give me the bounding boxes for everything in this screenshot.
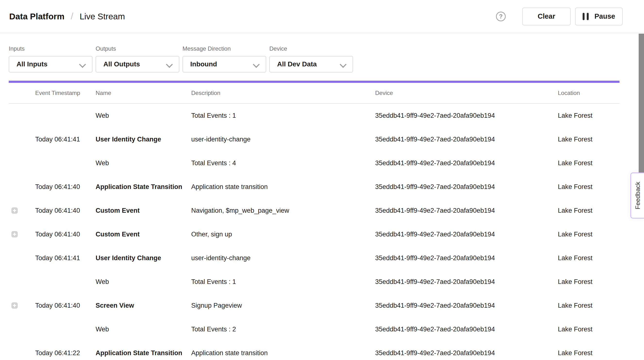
plus-icon [14, 304, 15, 307]
event-location: Lake Forest [558, 302, 620, 309]
plus-icon [14, 209, 15, 212]
table-row[interactable]: Today 06:41:40Custom EventNavigation, $m… [9, 199, 620, 222]
column-header-name: Name [96, 90, 191, 96]
vertical-scrollbar[interactable] [639, 34, 644, 173]
accent-divider [9, 81, 620, 83]
message-direction-dropdown[interactable]: Inbound [182, 56, 266, 72]
device-id: 35eddb41-9ff9-49e2-7aed-20afa90eb194 [375, 112, 558, 119]
help-icon[interactable]: ? [496, 12, 506, 21]
plus-icon [14, 233, 15, 236]
device-id: 35eddb41-9ff9-49e2-7aed-20afa90eb194 [375, 254, 558, 262]
column-header-event-timestamp: Event Timestamp [35, 90, 96, 96]
filter-inputs: Inputs All Inputs [9, 45, 92, 72]
event-location: Lake Forest [558, 112, 620, 119]
device-id: 35eddb41-9ff9-49e2-7aed-20afa90eb194 [375, 136, 558, 143]
event-location: Lake Forest [558, 207, 620, 214]
event-location: Lake Forest [558, 160, 620, 167]
device-dropdown-value: All Dev Data [277, 60, 317, 68]
event-timestamp: Today 06:41:41 [35, 136, 96, 143]
event-timestamp: Today 06:41:41 [35, 254, 96, 262]
row-expand-cell [9, 207, 35, 214]
filter-message-direction-label: Message Direction [182, 45, 266, 52]
event-description: user-identity-change [191, 254, 375, 262]
event-location: Lake Forest [558, 349, 620, 357]
filter-device: Device All Dev Data [269, 45, 353, 72]
event-location: Lake Forest [558, 136, 620, 143]
expand-row-button[interactable] [12, 207, 18, 214]
event-timestamp: Today 06:41:40 [35, 207, 96, 214]
column-header-description: Description [191, 90, 375, 96]
breadcrumb-separator: / [71, 11, 74, 21]
event-name: Web [96, 112, 191, 119]
table-row[interactable]: WebTotal Events : 135eddb41-9ff9-49e2-7a… [9, 270, 620, 294]
device-id: 35eddb41-9ff9-49e2-7aed-20afa90eb194 [375, 207, 558, 214]
breadcrumb: Data Platform / Live Stream [9, 11, 125, 21]
event-location: Lake Forest [558, 254, 620, 262]
pause-button[interactable]: Pause [575, 7, 623, 25]
device-id: 35eddb41-9ff9-49e2-7aed-20afa90eb194 [375, 231, 558, 238]
event-name: User Identity Change [96, 136, 191, 143]
table-row[interactable]: Today 06:41:41User Identity Changeuser-i… [9, 127, 620, 151]
event-name: User Identity Change [96, 254, 191, 262]
event-name: Application State Transition [96, 183, 191, 191]
event-description: Application state transition [191, 349, 375, 357]
breadcrumb-data-platform[interactable]: Data Platform [9, 12, 64, 21]
table-row[interactable]: WebTotal Events : 235eddb41-9ff9-49e2-7a… [9, 317, 620, 341]
device-id: 35eddb41-9ff9-49e2-7aed-20afa90eb194 [375, 160, 558, 167]
event-location: Lake Forest [558, 326, 620, 333]
event-name: Web [96, 160, 191, 167]
filter-outputs-label: Outputs [96, 45, 179, 52]
row-expand-cell [9, 231, 35, 237]
event-description: Navigation, $mp_web_page_view [191, 207, 375, 214]
device-id: 35eddb41-9ff9-49e2-7aed-20afa90eb194 [375, 302, 558, 309]
event-location: Lake Forest [558, 183, 620, 191]
message-direction-dropdown-value: Inbound [190, 60, 217, 68]
header-actions: ? Clear Pause [496, 7, 623, 25]
table-row[interactable]: Today 06:41:40Screen ViewSignup Pageview… [9, 294, 620, 317]
column-header-device: Device [375, 90, 558, 96]
table-row[interactable]: Today 06:41:41User Identity Changeuser-i… [9, 246, 620, 270]
inputs-dropdown-value: All Inputs [16, 60, 48, 68]
chevron-down-icon [167, 61, 172, 67]
table-row[interactable]: Today 06:41:40Application State Transiti… [9, 175, 620, 199]
table-row[interactable]: WebTotal Events : 435eddb41-9ff9-49e2-7a… [9, 151, 620, 175]
expand-row-button[interactable] [12, 302, 18, 309]
page-title: Live Stream [80, 12, 125, 21]
device-id: 35eddb41-9ff9-49e2-7aed-20afa90eb194 [375, 326, 558, 333]
filters-bar: Inputs All Inputs Outputs All Outputs Me… [0, 33, 644, 72]
table-row[interactable]: Today 06:41:22Application State Transiti… [9, 341, 620, 360]
inputs-dropdown[interactable]: All Inputs [9, 56, 92, 72]
event-description: user-identity-change [191, 136, 375, 143]
device-id: 35eddb41-9ff9-49e2-7aed-20afa90eb194 [375, 183, 558, 191]
event-timestamp: Today 06:41:40 [35, 231, 96, 238]
feedback-tab[interactable]: Feedback [630, 173, 644, 218]
event-name: Application State Transition [96, 349, 191, 357]
filter-outputs: Outputs All Outputs [96, 45, 179, 72]
event-description: Signup Pageview [191, 302, 375, 309]
event-location: Lake Forest [558, 231, 620, 238]
event-name: Web [96, 278, 191, 286]
event-timestamp: Today 06:41:22 [35, 349, 96, 357]
chevron-down-icon [80, 61, 85, 67]
event-description: Other, sign up [191, 231, 375, 238]
table-header-row: Event Timestamp Name Description Device … [9, 83, 620, 104]
expand-row-button[interactable] [12, 231, 18, 237]
chevron-down-icon [254, 61, 259, 67]
device-dropdown[interactable]: All Dev Data [269, 56, 353, 72]
filter-inputs-label: Inputs [9, 45, 92, 52]
pause-icon [582, 13, 589, 20]
event-name: Custom Event [96, 207, 191, 214]
feedback-tab-label: Feedback [634, 182, 642, 209]
clear-button[interactable]: Clear [522, 7, 571, 25]
table-row[interactable]: Today 06:41:40Custom EventOther, sign up… [9, 222, 620, 246]
event-description: Total Events : 4 [191, 160, 375, 167]
event-name: Custom Event [96, 231, 191, 238]
event-timestamp: Today 06:41:40 [35, 183, 96, 191]
outputs-dropdown[interactable]: All Outputs [96, 56, 179, 72]
event-description: Total Events : 1 [191, 112, 375, 119]
pause-button-label: Pause [594, 12, 615, 20]
event-timestamp: Today 06:41:40 [35, 302, 96, 309]
event-name: Web [96, 326, 191, 333]
table-body: WebTotal Events : 135eddb41-9ff9-49e2-7a… [9, 104, 620, 360]
table-row[interactable]: WebTotal Events : 135eddb41-9ff9-49e2-7a… [9, 104, 620, 127]
